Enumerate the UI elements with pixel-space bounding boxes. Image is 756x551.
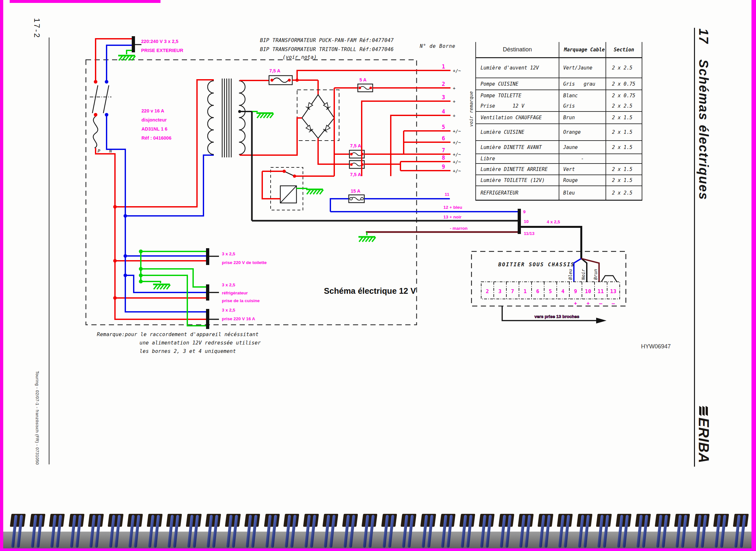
table-row: Lumière d'auvent 12V Vert/Jaune 2 x 2.5: [476, 58, 642, 78]
remark-line-3: les bornes 2, 3 et 4 uniquement: [140, 348, 236, 354]
cell-section: 2 x 1.5: [606, 112, 642, 123]
cell-marquage: Vert: [559, 164, 606, 174]
borne-numbers: 1 +/~ 2 + 3 + 4 + 5 +/~ 6 +/~ 7 +/~ 8 +/…: [442, 63, 474, 173]
cell-section: 2 x 0.75: [606, 90, 642, 101]
cell-marquage: Jaune: [559, 141, 606, 153]
bip-line-3: (voir nota): [283, 54, 317, 60]
wiring-schematic: 220:240 V 3 x 2,5 PRISE EXTERIEUR P N 22…: [0, 0, 756, 551]
spine-note: Touring - 02/07-1 - französisch (FR) - 0…: [35, 371, 40, 465]
table-header-destination: Déstination: [476, 42, 559, 57]
sidebar-rule: [694, 28, 695, 467]
page-number: 17-2: [32, 18, 41, 39]
cell-section: 2 x 2.5: [606, 101, 642, 111]
bip-line-1: BIP TRANSFORMATEUR PUCK-PAN-FAM Réf:0477…: [260, 37, 394, 43]
cell-destination: Lumière TOILETTE (12V): [476, 175, 559, 185]
cell-marquage: Vert/Jaune: [559, 58, 606, 78]
cell-destination: Lumière DINETTE ARRIERE: [476, 164, 559, 174]
link-11-label: 11: [445, 192, 450, 197]
junction-10-label: 10: [524, 219, 529, 224]
cell-marquage: Blanc: [559, 90, 606, 101]
sign-plus-10: +: [586, 300, 590, 307]
borne-3-sym: +: [453, 99, 455, 104]
fuse-15a: 15 A: [330, 188, 450, 212]
borne-wiring: [297, 70, 450, 176]
borne-7-sym: +/~: [453, 152, 461, 157]
supply-terminal-bar: [132, 36, 135, 52]
table-row: Libre -: [476, 154, 642, 164]
table-header-borne: N° de Borne: [420, 43, 455, 49]
sign-minus-13: –: [612, 300, 615, 307]
drawing-code: HYW06947: [641, 343, 671, 350]
chapter-title: 17 Schémas électriques: [696, 28, 711, 200]
cell-section: [606, 154, 642, 163]
voir-remarque-note: voir remarque: [469, 91, 474, 127]
fuse-lower-label: 7,5 A: [350, 172, 361, 177]
table-row: Lumière CUISINE Orange 2 x 1.5: [476, 124, 642, 141]
cell-destination: Libre: [476, 154, 559, 163]
table-header-marquage: Marquage Cable: [559, 42, 606, 57]
boitier-sous-chassis: BOITIER SOUS CHASSIS 2 3 7 1 6 5 4 9 10 …: [471, 251, 626, 324]
borne-1-sym: +/~: [453, 68, 461, 73]
pin-1: 1: [523, 288, 527, 295]
cell-section: 2 x 2.5: [606, 58, 642, 78]
bridge-rectifier: [240, 88, 358, 176]
eriba-bars-icon: [699, 407, 708, 415]
borne-2-sym: +: [453, 86, 455, 91]
remark-line-1: Remarque:pour le raccordement d'appareil…: [97, 332, 259, 338]
table-row: Pompe CUISINE Gris grau 2 x 0.75: [476, 78, 642, 90]
socket3-size: 3 x 2,5: [222, 308, 235, 313]
socket2-label1: réfrigérateur: [222, 291, 248, 296]
borne-7: 7: [442, 147, 445, 153]
brand-logo: ERIBA: [694, 407, 714, 475]
table-row: Lumière TOILETTE (12V) Rouge 2 x 1.5: [476, 175, 642, 186]
sign-plus-9: +: [574, 300, 577, 307]
cell-marquage: Brun: [559, 112, 606, 123]
breaker-label-4: Réf : 0416006: [141, 135, 171, 140]
table-row: Ventilation CHAUFFAGE Brun 2 x 1.5: [476, 112, 642, 124]
scan-border-left: [0, 0, 3, 551]
pin-6: 6: [536, 288, 539, 295]
table-header-row: Déstination Marquage Cable Section: [476, 42, 642, 57]
wire-label-bleu: Bleu: [568, 269, 573, 280]
breaker-label-3: AD31NL 1 6: [141, 126, 167, 131]
link-marron-label: - marron: [450, 226, 468, 231]
cell-destination: Ventilation CHAUFFAGE: [476, 112, 559, 123]
scan-border-right: [751, 0, 756, 551]
socket1-size: 3 x 2,5: [222, 251, 235, 256]
borne-9: 9: [442, 163, 445, 170]
fuse-15a-label: 15 A: [351, 188, 361, 193]
left-risers: [96, 80, 214, 319]
mains-supply: 220:240 V 3 x 2,5 PRISE EXTERIEUR: [96, 36, 183, 82]
pin-5: 5: [549, 288, 552, 295]
cell-destination: Pompe TOILETTE: [476, 90, 559, 101]
borne-5: 5: [442, 124, 445, 130]
fuse-5a: 5 A: [358, 77, 373, 92]
cell-marquage: Rouge: [559, 175, 606, 185]
arrow-head-icon: [596, 318, 606, 324]
cell-marquage: Gris: [559, 101, 606, 111]
scan-border-bottom: [0, 548, 756, 551]
table-header-section: Section: [606, 42, 642, 57]
arrow-label: vers prise 13 broches: [534, 314, 579, 319]
link-12-label: 12 + bleu: [443, 205, 462, 210]
pin-4: 4: [561, 288, 564, 295]
eriba-wordmark: ERIBA: [696, 418, 712, 463]
socket-terminal-2: [206, 285, 209, 301]
table-row: Prise 12 V Gris 2 x 2.5: [476, 101, 642, 112]
borne-8: 8: [442, 154, 445, 161]
ground-icon: [306, 189, 323, 194]
ground-icon: [153, 285, 170, 289]
ground-icon: [358, 237, 376, 242]
breaker-label-2: disjoncteur: [141, 117, 167, 122]
borne-4: 4: [442, 108, 445, 115]
socket-terminal-3: [206, 309, 209, 329]
pin-3: 3: [498, 288, 502, 295]
socket-terminal-1: [206, 248, 209, 265]
cell-destination: REFRIGERATEUR: [476, 186, 559, 200]
socket2-label2: prise de la cuisine: [222, 298, 260, 303]
sign-minus-11: –: [599, 300, 602, 307]
cell-destination: Lumière d'auvent 12V: [476, 58, 559, 78]
link-13-label: 13 + noir: [443, 214, 462, 219]
cell-destination: Pompe CUISINE: [476, 78, 559, 89]
borne-2: 2: [442, 81, 445, 87]
